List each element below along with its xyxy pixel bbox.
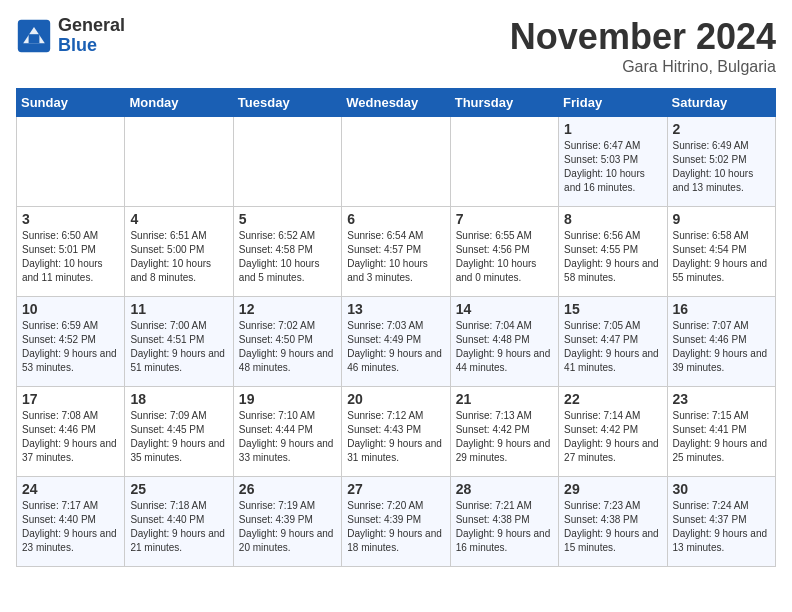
day-number: 18 (130, 391, 227, 407)
day-number: 1 (564, 121, 661, 137)
day-info: Sunrise: 6:59 AM Sunset: 4:52 PM Dayligh… (22, 319, 119, 375)
calendar-header-tuesday: Tuesday (233, 89, 341, 117)
calendar-cell: 4Sunrise: 6:51 AM Sunset: 5:00 PM Daylig… (125, 207, 233, 297)
calendar-cell: 24Sunrise: 7:17 AM Sunset: 4:40 PM Dayli… (17, 477, 125, 567)
day-info: Sunrise: 7:23 AM Sunset: 4:38 PM Dayligh… (564, 499, 661, 555)
day-info: Sunrise: 6:56 AM Sunset: 4:55 PM Dayligh… (564, 229, 661, 285)
calendar-cell: 21Sunrise: 7:13 AM Sunset: 4:42 PM Dayli… (450, 387, 558, 477)
calendar-body: 1Sunrise: 6:47 AM Sunset: 5:03 PM Daylig… (17, 117, 776, 567)
calendar-header-wednesday: Wednesday (342, 89, 450, 117)
day-info: Sunrise: 6:49 AM Sunset: 5:02 PM Dayligh… (673, 139, 770, 195)
calendar-cell: 15Sunrise: 7:05 AM Sunset: 4:47 PM Dayli… (559, 297, 667, 387)
calendar-cell: 17Sunrise: 7:08 AM Sunset: 4:46 PM Dayli… (17, 387, 125, 477)
day-info: Sunrise: 6:47 AM Sunset: 5:03 PM Dayligh… (564, 139, 661, 195)
day-number: 21 (456, 391, 553, 407)
day-number: 23 (673, 391, 770, 407)
day-info: Sunrise: 7:10 AM Sunset: 4:44 PM Dayligh… (239, 409, 336, 465)
day-number: 24 (22, 481, 119, 497)
day-info: Sunrise: 7:08 AM Sunset: 4:46 PM Dayligh… (22, 409, 119, 465)
calendar-cell: 13Sunrise: 7:03 AM Sunset: 4:49 PM Dayli… (342, 297, 450, 387)
day-number: 16 (673, 301, 770, 317)
day-info: Sunrise: 7:13 AM Sunset: 4:42 PM Dayligh… (456, 409, 553, 465)
day-number: 15 (564, 301, 661, 317)
day-info: Sunrise: 7:00 AM Sunset: 4:51 PM Dayligh… (130, 319, 227, 375)
calendar-cell: 3Sunrise: 6:50 AM Sunset: 5:01 PM Daylig… (17, 207, 125, 297)
day-number: 22 (564, 391, 661, 407)
calendar-cell: 23Sunrise: 7:15 AM Sunset: 4:41 PM Dayli… (667, 387, 775, 477)
day-info: Sunrise: 7:24 AM Sunset: 4:37 PM Dayligh… (673, 499, 770, 555)
calendar-header-row: SundayMondayTuesdayWednesdayThursdayFrid… (17, 89, 776, 117)
calendar-week-row: 1Sunrise: 6:47 AM Sunset: 5:03 PM Daylig… (17, 117, 776, 207)
day-info: Sunrise: 7:09 AM Sunset: 4:45 PM Dayligh… (130, 409, 227, 465)
day-info: Sunrise: 7:04 AM Sunset: 4:48 PM Dayligh… (456, 319, 553, 375)
calendar-header-sunday: Sunday (17, 89, 125, 117)
calendar-week-row: 17Sunrise: 7:08 AM Sunset: 4:46 PM Dayli… (17, 387, 776, 477)
calendar-cell: 22Sunrise: 7:14 AM Sunset: 4:42 PM Dayli… (559, 387, 667, 477)
calendar-cell (17, 117, 125, 207)
day-number: 14 (456, 301, 553, 317)
day-number: 30 (673, 481, 770, 497)
logo-icon (16, 18, 52, 54)
calendar-cell: 18Sunrise: 7:09 AM Sunset: 4:45 PM Dayli… (125, 387, 233, 477)
day-info: Sunrise: 7:07 AM Sunset: 4:46 PM Dayligh… (673, 319, 770, 375)
day-number: 29 (564, 481, 661, 497)
day-number: 3 (22, 211, 119, 227)
calendar-cell: 1Sunrise: 6:47 AM Sunset: 5:03 PM Daylig… (559, 117, 667, 207)
calendar-cell: 10Sunrise: 6:59 AM Sunset: 4:52 PM Dayli… (17, 297, 125, 387)
day-info: Sunrise: 7:03 AM Sunset: 4:49 PM Dayligh… (347, 319, 444, 375)
logo-blue: Blue (58, 36, 125, 56)
day-info: Sunrise: 6:54 AM Sunset: 4:57 PM Dayligh… (347, 229, 444, 285)
day-info: Sunrise: 6:58 AM Sunset: 4:54 PM Dayligh… (673, 229, 770, 285)
location-subtitle: Gara Hitrino, Bulgaria (510, 58, 776, 76)
calendar-week-row: 24Sunrise: 7:17 AM Sunset: 4:40 PM Dayli… (17, 477, 776, 567)
day-info: Sunrise: 7:18 AM Sunset: 4:40 PM Dayligh… (130, 499, 227, 555)
calendar-week-row: 3Sunrise: 6:50 AM Sunset: 5:01 PM Daylig… (17, 207, 776, 297)
calendar-cell: 27Sunrise: 7:20 AM Sunset: 4:39 PM Dayli… (342, 477, 450, 567)
day-number: 17 (22, 391, 119, 407)
calendar-cell: 6Sunrise: 6:54 AM Sunset: 4:57 PM Daylig… (342, 207, 450, 297)
calendar-cell (450, 117, 558, 207)
month-title: November 2024 (510, 16, 776, 58)
day-info: Sunrise: 6:55 AM Sunset: 4:56 PM Dayligh… (456, 229, 553, 285)
calendar-cell: 25Sunrise: 7:18 AM Sunset: 4:40 PM Dayli… (125, 477, 233, 567)
calendar-header-saturday: Saturday (667, 89, 775, 117)
day-info: Sunrise: 7:14 AM Sunset: 4:42 PM Dayligh… (564, 409, 661, 465)
calendar-cell: 5Sunrise: 6:52 AM Sunset: 4:58 PM Daylig… (233, 207, 341, 297)
day-number: 19 (239, 391, 336, 407)
logo: General Blue (16, 16, 125, 56)
calendar-cell: 11Sunrise: 7:00 AM Sunset: 4:51 PM Dayli… (125, 297, 233, 387)
calendar-cell (342, 117, 450, 207)
page-header: General Blue November 2024 Gara Hitrino,… (16, 16, 776, 76)
calendar-table: SundayMondayTuesdayWednesdayThursdayFrid… (16, 88, 776, 567)
calendar-cell: 26Sunrise: 7:19 AM Sunset: 4:39 PM Dayli… (233, 477, 341, 567)
day-info: Sunrise: 7:21 AM Sunset: 4:38 PM Dayligh… (456, 499, 553, 555)
calendar-cell: 19Sunrise: 7:10 AM Sunset: 4:44 PM Dayli… (233, 387, 341, 477)
day-info: Sunrise: 6:50 AM Sunset: 5:01 PM Dayligh… (22, 229, 119, 285)
calendar-cell: 30Sunrise: 7:24 AM Sunset: 4:37 PM Dayli… (667, 477, 775, 567)
day-info: Sunrise: 6:52 AM Sunset: 4:58 PM Dayligh… (239, 229, 336, 285)
day-number: 8 (564, 211, 661, 227)
day-number: 2 (673, 121, 770, 137)
day-info: Sunrise: 7:12 AM Sunset: 4:43 PM Dayligh… (347, 409, 444, 465)
calendar-header-friday: Friday (559, 89, 667, 117)
calendar-header-monday: Monday (125, 89, 233, 117)
day-number: 6 (347, 211, 444, 227)
day-number: 4 (130, 211, 227, 227)
day-info: Sunrise: 7:02 AM Sunset: 4:50 PM Dayligh… (239, 319, 336, 375)
day-number: 9 (673, 211, 770, 227)
calendar-cell (233, 117, 341, 207)
calendar-cell: 8Sunrise: 6:56 AM Sunset: 4:55 PM Daylig… (559, 207, 667, 297)
calendar-cell: 12Sunrise: 7:02 AM Sunset: 4:50 PM Dayli… (233, 297, 341, 387)
calendar-cell: 9Sunrise: 6:58 AM Sunset: 4:54 PM Daylig… (667, 207, 775, 297)
logo-text: General Blue (58, 16, 125, 56)
title-section: November 2024 Gara Hitrino, Bulgaria (510, 16, 776, 76)
day-number: 10 (22, 301, 119, 317)
day-info: Sunrise: 7:19 AM Sunset: 4:39 PM Dayligh… (239, 499, 336, 555)
calendar-cell: 7Sunrise: 6:55 AM Sunset: 4:56 PM Daylig… (450, 207, 558, 297)
calendar-cell: 20Sunrise: 7:12 AM Sunset: 4:43 PM Dayli… (342, 387, 450, 477)
day-info: Sunrise: 7:15 AM Sunset: 4:41 PM Dayligh… (673, 409, 770, 465)
day-number: 13 (347, 301, 444, 317)
calendar-header-thursday: Thursday (450, 89, 558, 117)
logo-general: General (58, 16, 125, 36)
calendar-cell (125, 117, 233, 207)
